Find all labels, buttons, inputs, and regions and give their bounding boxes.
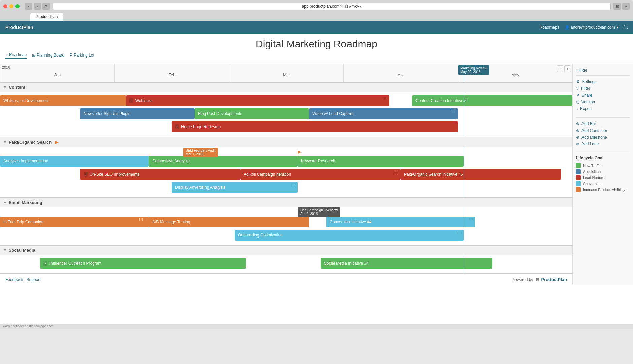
user-menu[interactable]: 👤 andre@productplan.com ▾: [565, 25, 618, 30]
extension-btn-1[interactable]: ⊞: [613, 3, 621, 10]
export-label: Export: [580, 106, 592, 111]
bar-conversion-init[interactable]: Conversion Initiative #4 ⋮⋮: [326, 217, 475, 227]
search-today-line: [464, 147, 464, 197]
app-header-right: Roadmaps 👤 andre@productplan.com ▾ ⛶: [540, 25, 628, 30]
settings-item[interactable]: ⚙ Settings: [576, 78, 630, 85]
swimlane-header-search[interactable]: ▼ Paid/Organic Search ▶: [0, 137, 572, 147]
close-button[interactable]: [3, 4, 7, 8]
bar-social-init-label: Social Media Initiative #4: [324, 261, 369, 266]
export-item[interactable]: ↓ Export: [576, 105, 630, 112]
swimlane-title-email: Email Marketing: [9, 200, 42, 205]
browser-tab[interactable]: ProductPlan: [30, 13, 63, 21]
bar-whitepaper[interactable]: Whitepaper Development: [0, 95, 126, 106]
tab-planning-board[interactable]: ⊞ Planning Board: [32, 52, 64, 58]
expand-icon: ›: [129, 98, 133, 103]
app-wrapper: ProductPlan Roadmaps 👤 andre@productplan…: [0, 21, 633, 324]
swimlane-header-social[interactable]: ▼ Social Media: [0, 246, 572, 255]
bar-drip-campaign[interactable]: In Trial Drip Campaign ⋮⋮ ⋮: [0, 217, 149, 227]
extension-btn-2[interactable]: ✦: [622, 3, 630, 10]
bar-adroll[interactable]: AdRoll Campaign Iteration ⋮⋮: [240, 169, 401, 180]
sem-popup-label: SEM February Audit: [186, 149, 215, 152]
sem-popup-date: Mar 1, 2016: [186, 152, 215, 156]
tab-parking-lot[interactable]: P Parking Lot: [70, 52, 94, 58]
app-logo: ProductPlan: [5, 25, 33, 30]
brand-icon: 🗓: [536, 277, 540, 282]
swimlane-header-email[interactable]: ▼ Email Marketing: [0, 198, 572, 207]
bar-onboarding[interactable]: Onboarding Optimization ⋮⋮: [235, 230, 464, 241]
tab-roadmap[interactable]: ≡ Roadmap: [5, 52, 27, 59]
share-label: Share: [581, 93, 592, 98]
minimize-button[interactable]: [9, 4, 13, 8]
search-flag: ▶: [298, 149, 301, 154]
address-bar[interactable]: app.productplan.com/KH1VmkVk: [53, 3, 611, 10]
legend-new-traffic: New Traffic: [576, 162, 630, 169]
fullscreen-icon[interactable]: ⛶: [624, 25, 628, 30]
back-button[interactable]: ‹: [25, 3, 32, 10]
drag-handle-conv: ⋮⋮: [468, 218, 474, 221]
bar-ab-testing[interactable]: A/B Message Testing: [149, 217, 309, 227]
social-bars-area: › Influencer Outreach Program Social Med…: [0, 255, 572, 273]
swimlane-social: ▼ Social Media › Influencer Outreach Pro…: [0, 246, 572, 274]
refresh-button[interactable]: ⟳: [42, 3, 50, 10]
add-bar-icon: ⊕: [576, 121, 579, 126]
add-bar-item[interactable]: ⊕ Add Bar: [576, 120, 630, 127]
browser-nav: ‹ › ⟳: [25, 3, 50, 10]
hide-label: Hide: [579, 68, 587, 73]
content-row-1: Whitepaper Development › Webinars ⋮⋮ Con…: [0, 95, 572, 107]
bar-social-init-4[interactable]: Social Media Initiative #4: [321, 258, 492, 269]
bar-display-ads[interactable]: Display Advertising Analysis ⋮⋮: [172, 182, 298, 193]
maximize-button[interactable]: [15, 4, 20, 8]
legend-color-conversion: [576, 181, 581, 186]
legend-label-product-visibility: Increase Product Visibility: [583, 188, 625, 192]
bar-competitive[interactable]: Competitive Analysis: [149, 156, 298, 167]
filter-item[interactable]: ▽ Filter: [576, 85, 630, 92]
version-label: Version: [581, 100, 595, 104]
forward-button[interactable]: ›: [34, 3, 41, 10]
timeline-header: 2016 Jan Feb Mar Apr May Marketing Revie…: [0, 64, 572, 83]
bar-influencer[interactable]: › Influencer Outreach Program: [40, 258, 246, 269]
nav-tabs: ≡ Roadmap ⊞ Planning Board P Parking Lot: [0, 50, 633, 61]
bar-onboarding-label: Onboarding Optimization: [238, 233, 283, 238]
zoom-in-button[interactable]: +: [564, 65, 571, 72]
bar-newsletter[interactable]: Newsletter Sign Up Plugin: [80, 108, 195, 119]
version-item[interactable]: ◷ Version: [576, 99, 630, 105]
bottom-bar: www.heritagechristiancollege.com: [0, 324, 633, 329]
roadmaps-link[interactable]: Roadmaps: [540, 25, 559, 30]
bar-blog-post[interactable]: Blog Post Developments: [195, 108, 309, 119]
hide-arrow-icon: ›: [576, 68, 577, 73]
roadmap-icon: ≡: [5, 52, 8, 57]
hide-button[interactable]: › Hide: [576, 68, 630, 73]
bar-ab-label: A/B Message Testing: [152, 220, 190, 224]
bar-webinars[interactable]: › Webinars ⋮⋮: [126, 95, 389, 106]
browser-titlebar: ‹ › ⟳ app.productplan.com/KH1VmkVk ⊞ ✦: [3, 3, 630, 10]
add-lane-icon: ⊕: [576, 142, 579, 146]
swimlane-header-content[interactable]: ▼ Content: [0, 83, 572, 92]
legend-conversion: Conversion: [576, 181, 630, 187]
add-milestone-item[interactable]: ⊕ Add Milestone: [576, 134, 630, 141]
share-item[interactable]: ↗ Share: [576, 92, 630, 99]
bar-seo[interactable]: › On-Site SEO Improvements: [80, 169, 240, 180]
bar-drip-label: In Trial Drip Campaign: [3, 220, 43, 224]
bar-display-ads-label: Display Advertising Analysis: [175, 185, 225, 190]
expand-icon-influencer: ›: [43, 261, 47, 266]
drag-handle: ⋮⋮: [382, 97, 388, 100]
zoom-out-button[interactable]: −: [557, 65, 563, 72]
bar-keyword[interactable]: Keyword Research: [298, 156, 464, 167]
expand-icon-seo: ›: [84, 172, 88, 177]
feedback-link[interactable]: Feedback: [5, 277, 23, 282]
bar-analytics[interactable]: Analytics Implementation: [0, 156, 149, 167]
add-container-item[interactable]: ⊕ Add Container: [576, 127, 630, 134]
legend-label-acquisition: Acquisition: [583, 170, 601, 174]
gear-icon: ⚙: [576, 79, 580, 84]
page-title: Digital Marketing Roadmap: [0, 38, 633, 50]
bar-search-init-6[interactable]: Paid/Organic Search Initiative #6: [401, 169, 561, 180]
support-link[interactable]: Support: [27, 277, 41, 282]
add-bar-label: Add Bar: [581, 121, 596, 126]
bar-influencer-label: Influencer Outreach Program: [49, 261, 102, 266]
bar-content-creation-6[interactable]: Content Creation Initiative #6: [412, 95, 572, 106]
drag-handle-email2: ⋮: [144, 218, 147, 221]
bar-home-page[interactable]: › Home Page Redesign: [172, 121, 458, 132]
add-lane-item[interactable]: ⊕ Add Lane: [576, 141, 630, 147]
parking-lot-icon: P: [70, 53, 72, 58]
bar-video-lead[interactable]: Video w/ Lead Capture ⋮⋮: [309, 108, 458, 119]
